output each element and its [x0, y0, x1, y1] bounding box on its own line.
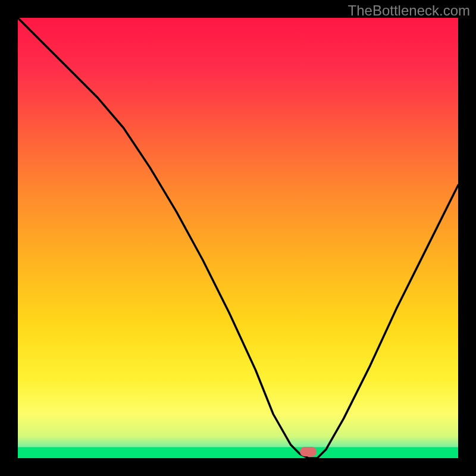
plot-area — [18, 18, 458, 458]
chart-container: TheBottleneck.com — [0, 0, 476, 476]
optimal-marker — [300, 447, 317, 456]
watermark-text: TheBottleneck.com — [348, 2, 470, 19]
green-band — [18, 447, 458, 459]
gradient-plot — [18, 18, 458, 458]
